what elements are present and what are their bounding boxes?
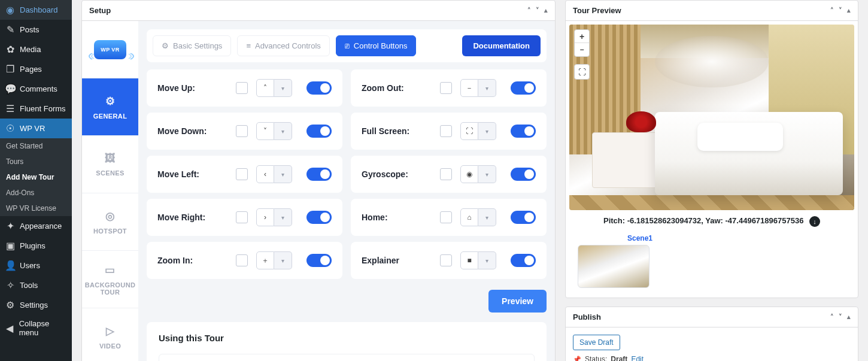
checkbox-fullscreen[interactable] bbox=[440, 125, 452, 137]
zoom-out-control[interactable]: − bbox=[575, 43, 589, 56]
sidebar-item-dashboard[interactable]: ◉Dashboard bbox=[0, 0, 72, 20]
tour-viewport[interactable]: + − ⛶ bbox=[569, 25, 854, 210]
vtab-scenes[interactable]: 🖼SCENES bbox=[82, 136, 138, 193]
panel-toggle-icon[interactable]: ▴ bbox=[847, 7, 851, 14]
gear-icon: ⚙ bbox=[105, 95, 115, 108]
sidebar-item-tools[interactable]: ✧Tools bbox=[0, 275, 72, 295]
download-icon[interactable]: ↓ bbox=[809, 216, 820, 227]
toggle-moveleft[interactable] bbox=[306, 168, 332, 181]
submenu-addons[interactable]: Add-Ons bbox=[0, 185, 72, 201]
panel-toggle-icon[interactable]: ▴ bbox=[847, 313, 851, 321]
checkbox-moveright[interactable] bbox=[236, 211, 248, 223]
subtab-advanced-controls[interactable]: ≡Advanced Controls bbox=[237, 35, 329, 56]
iconpick-dropdown[interactable]: ▾ bbox=[274, 165, 292, 183]
submenu-add-new-tour[interactable]: Add New Tour bbox=[0, 169, 72, 185]
toggle-movedown[interactable] bbox=[306, 125, 332, 138]
toggle-moveup[interactable] bbox=[306, 81, 332, 95]
sidebar-label: Dashboard bbox=[20, 5, 58, 14]
gear-icon: ⚙ bbox=[162, 41, 169, 50]
publish-panel: Publish ˄ ˅ ▴ Save Draft 📌 Status: Draft… bbox=[565, 307, 858, 361]
scene-thumbnail[interactable] bbox=[578, 245, 650, 288]
sidebar-item-posts[interactable]: ✎Posts bbox=[0, 20, 72, 40]
iconpick-dropdown[interactable]: ▾ bbox=[478, 165, 496, 183]
toggle-gyroscope[interactable] bbox=[511, 168, 536, 181]
panel-toggle-icon[interactable]: ▴ bbox=[544, 7, 548, 14]
edit-status-link[interactable]: Edit bbox=[631, 355, 644, 361]
iconpick-dropdown[interactable]: ▾ bbox=[478, 122, 496, 140]
vtab-hotspot[interactable]: ◎HOTSPOT bbox=[82, 193, 138, 251]
toggle-zoomin[interactable] bbox=[306, 254, 332, 267]
logo-badge: WP VR bbox=[94, 40, 126, 59]
checkbox-zoomout[interactable] bbox=[440, 82, 452, 94]
iconpick-dropdown[interactable]: ▾ bbox=[274, 122, 292, 140]
iconpick-dropdown[interactable]: ▾ bbox=[478, 251, 496, 269]
documentation-button[interactable]: Documentation bbox=[462, 35, 541, 56]
publish-title: Publish bbox=[573, 313, 601, 321]
using-this-tour-section: Using this Tour For Classic Editor: To u… bbox=[147, 322, 547, 361]
toggle-fullscreen[interactable] bbox=[511, 125, 536, 138]
iconpick-moveleft[interactable]: ‹ bbox=[256, 165, 274, 183]
gauge-icon: ◉ bbox=[5, 4, 16, 16]
sidebar-item-comments[interactable]: 💬Comments bbox=[0, 79, 72, 99]
iconpick-explainer[interactable]: ■ bbox=[460, 251, 478, 269]
sidebar-item-media[interactable]: ✿Media bbox=[0, 40, 72, 59]
panel-up-icon[interactable]: ˄ bbox=[527, 7, 531, 14]
checkbox-home[interactable] bbox=[440, 211, 452, 223]
sidebar-item-settings[interactable]: ⚙Settings bbox=[0, 295, 72, 315]
sidebar-label: WP VR bbox=[20, 124, 45, 133]
checkbox-moveup[interactable] bbox=[236, 82, 248, 94]
subtab-control-buttons[interactable]: ⎚Control Buttons bbox=[336, 35, 417, 56]
fullscreen-control[interactable]: ⛶ bbox=[574, 64, 590, 80]
submenu-license[interactable]: WP VR License bbox=[0, 201, 72, 216]
iconpick-moveright[interactable]: › bbox=[256, 208, 274, 226]
checkbox-explainer[interactable] bbox=[440, 254, 452, 266]
panel-down-icon[interactable]: ˅ bbox=[536, 7, 539, 14]
sidebar-item-users[interactable]: 👤Users bbox=[0, 256, 72, 275]
iconpick-dropdown[interactable]: ▾ bbox=[274, 251, 292, 269]
iconpick-dropdown[interactable]: ▾ bbox=[274, 208, 292, 226]
sidebar-item-plugins[interactable]: ▣Plugins bbox=[0, 236, 72, 256]
panel-down-icon[interactable]: ˅ bbox=[839, 313, 842, 321]
iconpick-gyroscope[interactable]: ◉ bbox=[460, 165, 478, 183]
panel-up-icon[interactable]: ˄ bbox=[830, 313, 834, 321]
iconpick-dropdown[interactable]: ▾ bbox=[478, 79, 496, 97]
vtab-background-tour[interactable]: ▭BACKGROUND TOUR bbox=[82, 251, 138, 308]
toggle-home[interactable] bbox=[511, 211, 536, 224]
submenu-tours[interactable]: Tours bbox=[0, 154, 72, 169]
sidebar-item-appearance[interactable]: ✦Appearance bbox=[0, 216, 72, 236]
save-draft-button[interactable]: Save Draft bbox=[573, 335, 620, 350]
scene-thumb-label[interactable]: Scene1 bbox=[604, 234, 676, 242]
checkbox-movedown[interactable] bbox=[236, 125, 248, 137]
checkbox-zoomin[interactable] bbox=[236, 254, 248, 266]
iconpick-movedown[interactable]: ˅ bbox=[256, 122, 274, 140]
sidebar-item-collapse[interactable]: ◀Collapse menu bbox=[0, 315, 72, 341]
admin-sidebar: ◉Dashboard ✎Posts ✿Media ❐Pages 💬Comment… bbox=[0, 0, 72, 361]
vtab-general[interactable]: ⚙GENERAL bbox=[82, 78, 138, 136]
toggle-zoomout[interactable] bbox=[511, 81, 536, 95]
checkbox-gyroscope[interactable] bbox=[440, 168, 452, 180]
iconpick-fullscreen[interactable]: ⛶ bbox=[460, 122, 478, 140]
preview-button[interactable]: Preview bbox=[488, 290, 547, 313]
video-icon: ▷ bbox=[106, 324, 114, 338]
checkbox-moveleft[interactable] bbox=[236, 168, 248, 180]
iconpick-zoomin[interactable]: ＋ bbox=[256, 251, 274, 269]
iconpick-zoomout[interactable]: － bbox=[460, 79, 478, 97]
iconpick-dropdown[interactable]: ▾ bbox=[478, 208, 496, 226]
sidebar-item-pages[interactable]: ❐Pages bbox=[0, 59, 72, 79]
iconpick-home[interactable]: ⌂ bbox=[460, 208, 478, 226]
sidebar-item-fluent-forms[interactable]: ☰Fluent Forms bbox=[0, 99, 72, 119]
toggle-explainer[interactable] bbox=[511, 254, 536, 267]
panorama-scene bbox=[569, 25, 854, 210]
panel-up-icon[interactable]: ˄ bbox=[830, 7, 834, 14]
iconpick-moveup[interactable]: ˄ bbox=[256, 79, 274, 97]
status-value: Draft bbox=[611, 355, 627, 361]
submenu-get-started[interactable]: Get Started bbox=[0, 138, 72, 154]
iconpick-dropdown[interactable]: ▾ bbox=[274, 79, 292, 97]
tour-preview-title: Tour Preview bbox=[573, 6, 621, 15]
zoom-in-control[interactable]: + bbox=[575, 30, 589, 43]
vtab-video[interactable]: ▷VIDEO bbox=[82, 308, 138, 361]
toggle-moveright[interactable] bbox=[306, 211, 332, 224]
subtab-basic-settings[interactable]: ⚙Basic Settings bbox=[153, 35, 231, 56]
panel-down-icon[interactable]: ˅ bbox=[839, 7, 842, 14]
sidebar-item-wpvr[interactable]: ☉WP VR bbox=[0, 119, 72, 138]
